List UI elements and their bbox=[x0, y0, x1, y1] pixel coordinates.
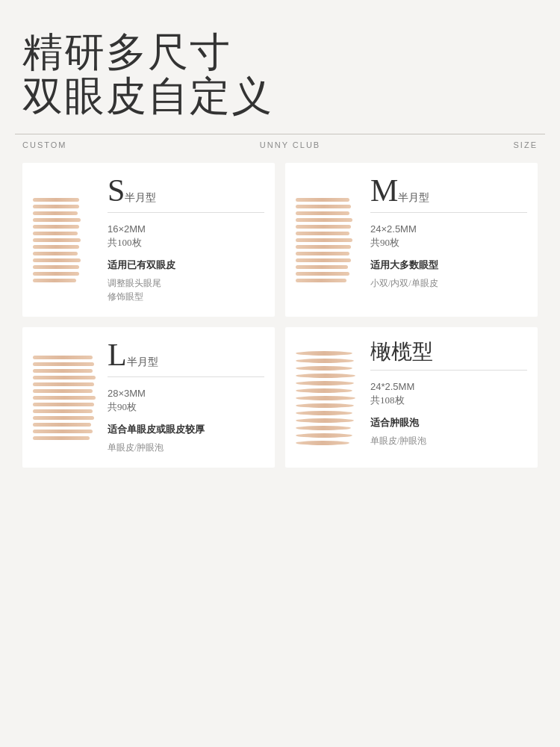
card-l-label: L半月型 bbox=[108, 339, 264, 377]
card-olive-count: 共108枚 bbox=[370, 394, 527, 407]
nav-size: SIZE bbox=[514, 140, 538, 149]
nav-bar: CUSTOM UNNY CLUB SIZE bbox=[15, 134, 545, 149]
card-s-strips bbox=[33, 175, 100, 303]
card-s-sub-desc1: 调整眼头眼尾 bbox=[108, 276, 264, 290]
headline-line2: 双眼皮自定义 bbox=[22, 74, 545, 118]
card-l-main-desc: 适合单眼皮或眼皮较厚 bbox=[108, 423, 264, 436]
card-m-name: 半月型 bbox=[398, 192, 429, 203]
card-l-name: 半月型 bbox=[127, 356, 158, 368]
card-s: S半月型 16×2MM 共100枚 适用已有双眼皮 调整眼头眼尾 修饰眼型 bbox=[22, 163, 275, 317]
card-m-letter: M bbox=[370, 173, 398, 208]
card-l-count: 共90枚 bbox=[108, 400, 264, 414]
card-l-strips bbox=[33, 339, 100, 454]
card-m: M半月型 24×2.5MM 共90枚 适用大多数眼型 小双/内双/单眼皮 bbox=[285, 163, 538, 317]
card-olive-main-desc: 适合肿眼泡 bbox=[370, 416, 527, 430]
card-olive-sub-desc1: 单眼皮/肿眼泡 bbox=[370, 434, 527, 447]
card-l-dims: 28×3MM bbox=[108, 388, 264, 399]
card-m-sub-desc1: 小双/内双/单眼皮 bbox=[370, 276, 527, 290]
headline: 精研多尺寸 双眼皮自定义 bbox=[15, 30, 545, 119]
card-m-content: M半月型 24×2.5MM 共90枚 适用大多数眼型 小双/内双/单眼皮 bbox=[370, 175, 527, 303]
card-s-letter: S bbox=[108, 173, 125, 208]
card-m-dims: 24×2.5MM bbox=[370, 223, 527, 235]
headline-line1: 精研多尺寸 bbox=[22, 30, 545, 74]
card-olive-label: 橄榄型 bbox=[370, 339, 527, 371]
card-s-content: S半月型 16×2MM 共100枚 适用已有双眼皮 调整眼头眼尾 修饰眼型 bbox=[108, 175, 264, 303]
card-m-strips bbox=[296, 175, 363, 303]
card-olive-dims: 24*2.5MM bbox=[370, 381, 527, 392]
card-l-content: L半月型 28×3MM 共90枚 适合单眼皮或眼皮较厚 单眼皮/肿眼泡 bbox=[108, 339, 264, 454]
card-olive-strips bbox=[296, 339, 363, 454]
card-l: L半月型 28×3MM 共90枚 适合单眼皮或眼皮较厚 单眼皮/肿眼泡 bbox=[22, 327, 275, 468]
card-s-dims: 16×2MM bbox=[108, 223, 264, 235]
card-m-count: 共90枚 bbox=[370, 236, 527, 249]
card-s-count: 共100枚 bbox=[108, 236, 264, 249]
card-l-sub-desc1: 单眼皮/肿眼泡 bbox=[108, 441, 264, 454]
card-olive-letter: 橄榄型 bbox=[370, 340, 433, 363]
card-s-label: S半月型 bbox=[108, 175, 264, 213]
page: 精研多尺寸 双眼皮自定义 CUSTOM UNNY CLUB SIZE bbox=[0, 0, 560, 747]
card-s-main-desc: 适用已有双眼皮 bbox=[108, 258, 264, 272]
nav-brand: UNNY CLUB bbox=[260, 140, 320, 149]
card-m-main-desc: 适用大多数眼型 bbox=[370, 258, 527, 272]
nav-custom: CUSTOM bbox=[22, 140, 66, 149]
product-grid: S半月型 16×2MM 共100枚 适用已有双眼皮 调整眼头眼尾 修饰眼型 bbox=[15, 163, 545, 468]
card-m-label: M半月型 bbox=[370, 175, 527, 213]
card-l-letter: L bbox=[108, 338, 127, 372]
card-olive-content: 橄榄型 24*2.5MM 共108枚 适合肿眼泡 单眼皮/肿眼泡 bbox=[370, 339, 527, 454]
card-s-sub-desc2: 修饰眼型 bbox=[108, 290, 264, 303]
card-olive: 橄榄型 24*2.5MM 共108枚 适合肿眼泡 单眼皮/肿眼泡 bbox=[285, 327, 538, 468]
card-s-name: 半月型 bbox=[125, 192, 156, 203]
